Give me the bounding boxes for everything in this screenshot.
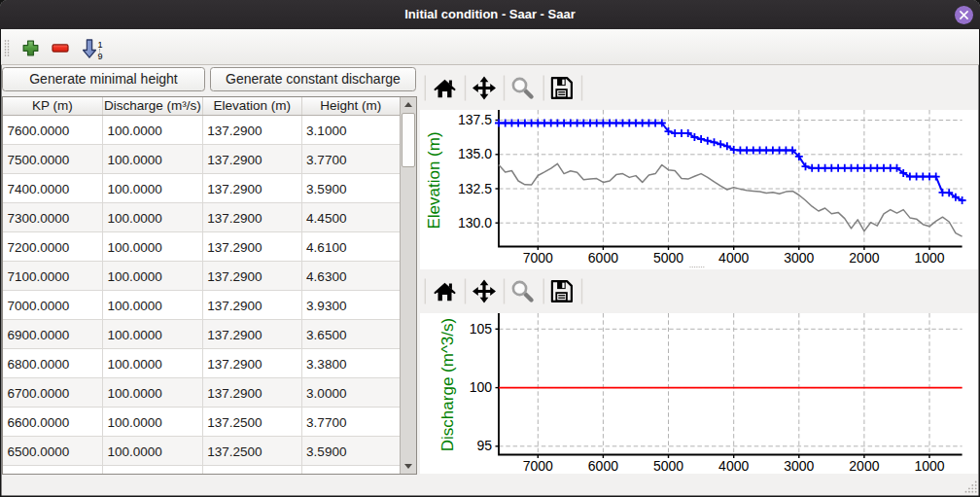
svg-text:2000: 2000 — [849, 458, 879, 474]
svg-text:7000: 7000 — [523, 458, 553, 474]
svg-text:7000: 7000 — [523, 250, 553, 266]
svg-text:5000: 5000 — [653, 250, 683, 266]
svg-text:1000: 1000 — [914, 458, 944, 474]
svg-text:5000: 5000 — [653, 458, 683, 474]
svg-text:4000: 4000 — [718, 458, 749, 474]
svg-text:9: 9 — [98, 52, 103, 61]
svg-text:6000: 6000 — [588, 250, 618, 266]
svg-text:3000: 3000 — [784, 458, 814, 474]
svg-text:Discharge (m^3/s): Discharge (m^3/s) — [438, 318, 457, 451]
svg-text:100: 100 — [470, 379, 493, 395]
svg-text:1: 1 — [98, 40, 103, 50]
svg-text:4000: 4000 — [718, 250, 749, 266]
svg-text:95: 95 — [476, 438, 492, 453]
svg-text:1000: 1000 — [914, 250, 944, 266]
svg-text:2000: 2000 — [849, 250, 879, 266]
svg-text:105: 105 — [470, 321, 493, 337]
svg-text:3000: 3000 — [784, 250, 814, 266]
svg-text:132.5: 132.5 — [458, 181, 492, 196]
svg-text:135.0: 135.0 — [458, 146, 492, 161]
svg-text:6000: 6000 — [588, 458, 618, 474]
svg-text:Elevation (m): Elevation (m) — [425, 131, 443, 229]
svg-text:137.5: 137.5 — [458, 112, 492, 127]
svg-text:130.0: 130.0 — [458, 215, 492, 231]
